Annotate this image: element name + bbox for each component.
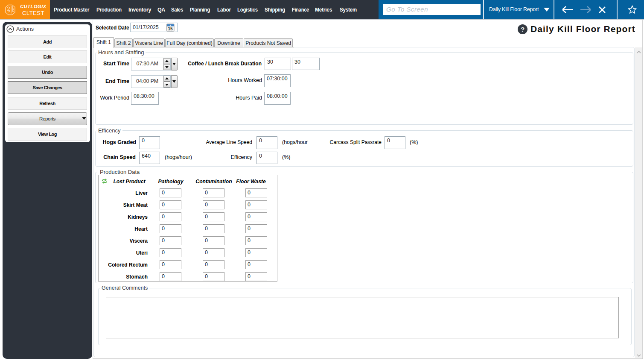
svg-text:15: 15 xyxy=(168,26,173,31)
